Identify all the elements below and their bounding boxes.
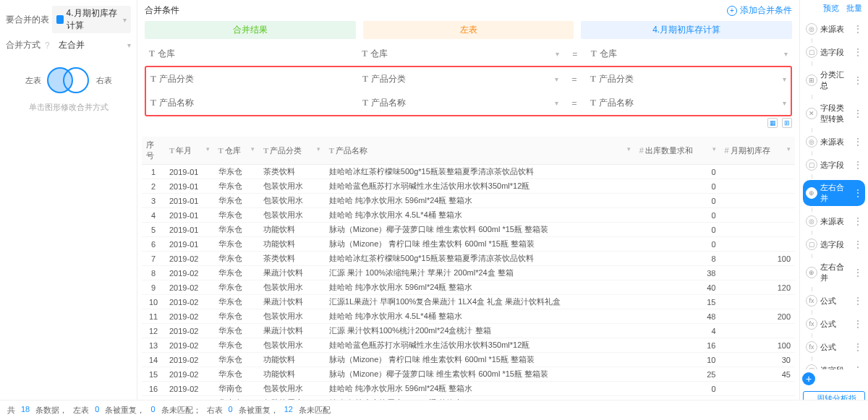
- table-row[interactable]: 12019-01华东仓茶类饮料娃哈哈冰红茶柠檬味500g*15瓶装整箱夏季清凉茶…: [142, 165, 795, 179]
- plus-icon: +: [727, 6, 737, 16]
- table-row[interactable]: 82019-02华东仓果蔬汁饮料汇源 果汁 100%浓缩纯果汁 苹果汁 200m…: [142, 266, 795, 280]
- table-merge-label: 要合并的表: [6, 14, 49, 26]
- step-icon: ⊞: [806, 74, 817, 86]
- cond-left-field[interactable]: T产品名称▾: [358, 94, 563, 112]
- chevron-down-icon: ▾: [123, 16, 127, 24]
- table-row[interactable]: 112019-02华东仓包装饮用水娃哈哈 纯净水饮用水 4.5L*4桶 整箱水4…: [142, 309, 795, 324]
- more-icon[interactable]: ⋮: [854, 342, 862, 352]
- table-merge-select[interactable]: 4.月期初库存计算 ▾: [52, 6, 131, 33]
- data-table: 序号 T年月▾ T仓库▾ T产品分类▾ T产品名称▾ #出库数量求和▾ #月期初…: [142, 137, 795, 420]
- step-item[interactable]: fx公式⋮: [803, 316, 865, 332]
- more-icon[interactable]: ⋮: [854, 160, 862, 170]
- footer-stats: 共18条数据， 左表0条被重复， 0条未匹配； 右表0条被重复， 12条未匹配: [0, 400, 868, 420]
- col-warehouse[interactable]: T仓库▾: [214, 137, 259, 165]
- cond-right-field[interactable]: T产品分类▾: [586, 70, 791, 88]
- more-icon[interactable]: ⋮: [854, 47, 862, 57]
- cond-left-field[interactable]: T产品分类▾: [358, 70, 563, 88]
- table-row[interactable]: 92019-02华东仓包装饮用水娃哈哈 纯净水饮用水 596ml*24瓶 整箱水…: [142, 280, 795, 295]
- chevron-down-icon[interactable]: ▾: [127, 41, 131, 49]
- cond-col-left: 左表: [363, 21, 574, 39]
- step-icon: ▢: [806, 364, 817, 369]
- more-icon[interactable]: ⋮: [854, 319, 862, 329]
- venn-diagram[interactable]: [47, 66, 90, 95]
- cond-result-field[interactable]: T仓库: [145, 45, 350, 63]
- step-item[interactable]: ▢选字段⋮: [803, 362, 865, 369]
- col-category[interactable]: T产品分类▾: [259, 137, 325, 165]
- step-item[interactable]: ✕字段类型转换⋮: [803, 100, 865, 127]
- more-icon[interactable]: ⋮: [854, 24, 862, 34]
- table-row[interactable]: 42019-01华东仓包装饮用水娃哈哈 纯净水饮用水 4.5L*4桶 整箱水0: [142, 208, 795, 223]
- more-icon[interactable]: ⋮: [854, 188, 862, 198]
- more-icon[interactable]: ⋮: [854, 296, 862, 306]
- cond-col-result: 合并结果: [145, 21, 356, 39]
- table-merge-value: 4.月期初库存计算: [67, 7, 120, 32]
- cond-left-field[interactable]: T仓库▾: [357, 45, 563, 63]
- step-item[interactable]: fx公式⋮: [803, 339, 865, 355]
- step-icon: ◎: [806, 136, 817, 147]
- table-row[interactable]: 162019-02华南仓包装饮用水娃哈哈 纯净水饮用水 596ml*24瓶 整箱…: [142, 382, 795, 396]
- table-row[interactable]: 132019-02华东仓包装饮用水娃哈哈蓝色瓶苏打水弱碱性水生活饮用水饮料350…: [142, 338, 795, 353]
- cond-right-field[interactable]: T产品名称▾: [586, 94, 791, 112]
- col-seq[interactable]: 序号: [142, 137, 165, 165]
- col-out-qty[interactable]: #出库数量求和▾: [635, 137, 720, 165]
- step-item[interactable]: ⊞分类汇总⋮: [803, 67, 865, 93]
- table-row[interactable]: 152019-02华东仓功能饮料脉动（Mizone）椰子菠萝口味 维生素饮料 6…: [142, 367, 795, 382]
- more-icon[interactable]: ⋮: [854, 108, 862, 119]
- table-row[interactable]: 22019-01华东仓包装饮用水娃哈哈蓝色瓶苏打水弱碱性水生活饮用水饮料350m…: [142, 179, 795, 194]
- batch-link[interactable]: 批量: [846, 3, 862, 14]
- cond-col-right: 4.月期初库存计算: [581, 21, 792, 39]
- help-icon[interactable]: ?: [45, 40, 50, 51]
- merge-type-value: 左合并: [59, 39, 85, 51]
- table-view-icon-2[interactable]: ⊞: [782, 118, 792, 128]
- cond-right-field[interactable]: T仓库▾: [587, 45, 792, 63]
- equals-icon: =: [570, 74, 579, 85]
- step-icon: ⊕: [806, 267, 817, 278]
- venn-left-label: 左表: [25, 75, 41, 86]
- table-row[interactable]: 102019-02华东仓果蔬汁饮料汇源1L果蔬汁 早啊100%复合果蔬汁 1LX…: [142, 295, 795, 309]
- step-icon: ▢: [806, 239, 817, 250]
- add-condition-button[interactable]: + 添加合并条件: [727, 4, 792, 17]
- step-icon: fx: [806, 295, 817, 307]
- step-item[interactable]: ◎来源表⋮: [803, 21, 865, 37]
- step-item[interactable]: ⊕左右合并⋮: [803, 180, 865, 206]
- merge-cond-title: 合并条件: [145, 4, 179, 17]
- step-icon: ◎: [806, 23, 817, 35]
- step-icon: ⊕: [806, 187, 817, 199]
- col-begin-stock[interactable]: #月期初库存▾: [720, 137, 796, 165]
- equals-icon: =: [570, 98, 579, 108]
- step-icon: ◎: [806, 215, 817, 227]
- table-row[interactable]: 62019-01华东仓功能饮料脉动（Mizone） 青柠口味 维生素饮料 600…: [142, 237, 795, 252]
- more-icon[interactable]: ⋮: [854, 239, 862, 249]
- col-yearmonth[interactable]: T年月▾: [165, 137, 214, 165]
- step-icon: ▢: [806, 159, 817, 171]
- step-icon: fx: [806, 318, 817, 330]
- more-icon[interactable]: ⋮: [854, 267, 862, 278]
- cond-result-field[interactable]: T产品分类: [146, 70, 351, 88]
- step-item[interactable]: ▢选字段⋮: [803, 44, 865, 60]
- step-icon: ▢: [806, 46, 817, 58]
- more-icon[interactable]: ⋮: [854, 137, 862, 147]
- table-row[interactable]: 32019-01华东仓包装饮用水娃哈哈 纯净水饮用水 596ml*24瓶 整箱水…: [142, 194, 795, 208]
- preview-link[interactable]: 预览: [823, 3, 839, 14]
- table-view-icon[interactable]: ▦: [767, 118, 778, 128]
- cond-result-field[interactable]: T产品名称: [146, 94, 351, 112]
- add-step-button[interactable]: +: [802, 372, 815, 385]
- table-row[interactable]: 122019-02华东仓果蔬汁饮料汇源 果汁饮料100%桃汁200ml*24盒桃…: [142, 324, 795, 338]
- merge-type-label: 合并方式: [6, 39, 41, 51]
- step-item[interactable]: ◎来源表⋮: [803, 134, 865, 150]
- equals-icon: =: [571, 49, 579, 59]
- step-item[interactable]: ▢选字段⋮: [803, 157, 865, 173]
- step-item[interactable]: ◎来源表⋮: [803, 213, 865, 229]
- table-icon: [56, 15, 64, 24]
- step-item[interactable]: ⊕左右合并⋮: [803, 260, 865, 286]
- venn-right-label: 右表: [96, 75, 112, 86]
- table-row[interactable]: 52019-01华东仓功能饮料脉动（Mizone）椰子菠萝口味 维生素饮料 60…: [142, 223, 795, 237]
- step-item[interactable]: ▢选字段⋮: [803, 236, 865, 252]
- table-row[interactable]: 72019-02华东仓茶类饮料娃哈哈冰红茶柠檬味500g*15瓶装整箱夏季清凉茶…: [142, 252, 795, 266]
- step-item[interactable]: fx公式⋮: [803, 293, 865, 309]
- table-row[interactable]: 142019-02华东仓功能饮料脉动（Mizone） 青柠口味 维生素饮料 60…: [142, 353, 795, 367]
- more-icon[interactable]: ⋮: [854, 216, 862, 226]
- col-product[interactable]: T产品名称▾: [325, 137, 635, 165]
- more-icon[interactable]: ⋮: [854, 75, 862, 85]
- more-icon[interactable]: ⋮: [854, 365, 862, 369]
